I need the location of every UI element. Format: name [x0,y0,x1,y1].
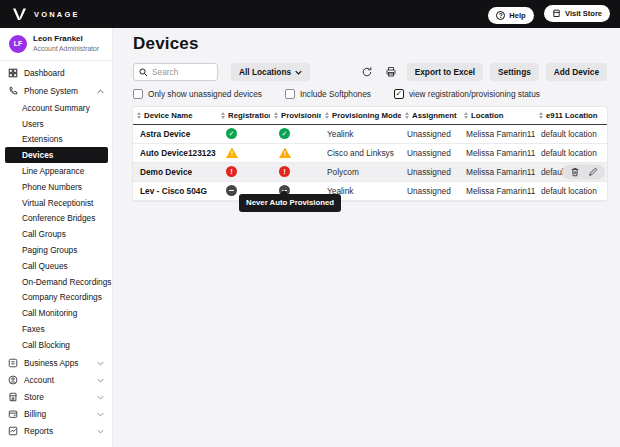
store-flag-icon [552,9,561,18]
assignment-cell: Unassigned [401,162,460,181]
e911-location-cell: default location [535,162,607,181]
provisioning-model-cell: Polycom [321,162,401,181]
column-header-assignment[interactable]: Assignment [401,107,460,124]
printer-icon [385,66,397,78]
topbar-actions: ? Help Visit Store [488,4,610,24]
device-name-cell: Lev - Cisco 504G [133,181,217,200]
user-role: Account Administrator [33,44,99,53]
filter-checkboxes: Only show unassigned devices Include Sof… [133,88,607,99]
location-filter-label: All Locations [239,67,291,77]
sidebar-item-dashboard[interactable]: Dashboard [0,64,112,82]
user-block[interactable]: LF Leon Frankel Account Administrator [0,28,112,61]
sort-icon [464,112,468,119]
vonage-logo: VONAGE [12,8,80,21]
column-header-device-name[interactable]: Device Name [133,107,217,124]
chevron-down-icon [295,70,302,75]
sidebar-item-call-queues[interactable]: Call Queues [0,258,112,274]
sidebar-item-users[interactable]: Users [0,116,112,132]
sidebar-item-account-summary[interactable]: Account Summary [0,100,112,116]
sidebar-item-label: Paging Groups [22,245,77,255]
column-header-location[interactable]: Location [460,107,535,124]
sidebar-item-call-monitoring[interactable]: Call Monitoring [0,305,112,321]
registration-status-icon [226,148,238,159]
filter-include-softphones[interactable]: Include Softphones [285,89,371,99]
help-icon: ? [496,11,505,20]
add-device-button[interactable]: Add Device [546,63,607,81]
column-header-provisioning[interactable]: Provisioning [270,107,321,124]
provisioning-status-icon [279,128,290,139]
sidebar-item-phone-system[interactable]: Phone System [0,82,112,100]
sort-icon [405,112,409,119]
sidebar-item-on-demand-recordings[interactable]: On-Demand Recordings [0,274,112,290]
refresh-button[interactable] [359,64,375,80]
export-to-excel-button[interactable]: Export to Excel [407,63,483,81]
sidebar-item-paging-groups[interactable]: Paging Groups [0,242,112,258]
provisioning-model-cell: Yealink [321,124,401,143]
main-content: Devices All Locations [113,28,620,447]
checkbox-unassigned[interactable] [133,89,143,99]
sort-icon [325,112,329,119]
delete-device-button[interactable] [569,166,580,177]
filter-view-status[interactable]: view registration/provisioning status [394,89,540,99]
sidebar-item-billing[interactable]: Billing [0,406,112,423]
sidebar: LF Leon Frankel Account Administrator Da… [0,28,113,447]
sidebar-item-line-appearance[interactable]: Line Appearance [0,163,112,179]
sidebar-item-store[interactable]: Store [0,389,112,406]
sort-icon [539,112,543,119]
sidebar-item-call-blocking[interactable]: Call Blocking [0,337,112,353]
assignment-cell: Unassigned [401,143,460,162]
visit-store-button[interactable]: Visit Store [544,5,610,22]
chevron-down-icon [97,378,104,383]
sidebar-item-extensions[interactable]: Extensions [0,132,112,148]
column-header-provisioning-model[interactable]: Provisioning Model [321,107,401,124]
sidebar-item-label: Call Blocking [22,340,70,350]
device-name-cell: Demo Device [133,162,217,181]
e911-location-cell: default location [535,181,607,200]
table-row[interactable]: Lev - Cisco 504G Yealink Unassigned Meli… [133,181,607,200]
sidebar-item-account[interactable]: Account [0,372,112,389]
checkbox-label: Only show unassigned devices [148,89,262,99]
phone-icon [8,86,18,96]
devices-table: Device Name Registration Provisioning Pr… [133,107,607,201]
user-name: Leon Frankel [33,34,99,44]
settings-button[interactable]: Settings [490,63,539,81]
sidebar-item-phone-numbers[interactable]: Phone Numbers [0,179,112,195]
search-input[interactable] [152,67,210,77]
location-cell: Melissa Famarin11 [460,124,535,143]
sidebar-item-label: Store [24,392,91,402]
table-row[interactable]: Astra Device Yealink Unassigned Melissa … [133,124,607,143]
provisioning-status-icon [279,166,290,177]
table-row[interactable]: Demo Device Polycom Unassigned Melissa F… [133,162,607,181]
table-row[interactable]: Auto Device123123 Cisco and Linksys Unas… [133,143,607,162]
checkbox-view-status[interactable] [394,89,404,99]
chevron-down-icon [97,429,104,434]
column-header-e911-location[interactable]: e911 Location [535,107,607,124]
print-button[interactable] [383,64,399,80]
sidebar-item-label: Account [24,375,91,385]
sidebar-item-reports[interactable]: Reports [0,423,112,440]
help-button[interactable]: ? Help [488,7,533,24]
location-filter-dropdown[interactable]: All Locations [231,63,310,81]
sidebar-item-label: Reports [24,426,91,436]
sidebar-item-faxes[interactable]: Faxes [0,321,112,337]
sidebar-item-conference-bridges[interactable]: Conference Bridges [0,211,112,227]
store-icon [8,392,18,402]
devices-table-container: Device Name Registration Provisioning Pr… [133,107,607,201]
sidebar-item-label: Call Monitoring [22,308,77,318]
sidebar-item-call-groups[interactable]: Call Groups [0,226,112,242]
sidebar-item-label: Line Appearance [22,166,84,176]
search-box[interactable] [133,63,218,81]
sidebar-item-label: Devices [22,150,53,160]
column-header-registration[interactable]: Registration [217,107,270,124]
toolbar: All Locations Export to Excel Settings A… [133,63,607,81]
edit-device-button[interactable] [587,166,598,177]
sidebar-item-label: Virtual Receptionist [22,198,93,208]
sidebar-item-company-recordings[interactable]: Company Recordings [0,290,112,306]
sidebar-item-devices[interactable]: Devices [5,147,108,163]
sidebar-item-business-apps[interactable]: Business Apps [0,355,112,372]
provisioning-model-cell: Cisco and Linksys [321,143,401,162]
filter-unassigned-devices[interactable]: Only show unassigned devices [133,89,262,99]
sidebar-item-virtual-receptionist[interactable]: Virtual Receptionist [0,195,112,211]
sidebar-item-label: Phone Numbers [22,182,82,192]
checkbox-softphones[interactable] [285,89,295,99]
